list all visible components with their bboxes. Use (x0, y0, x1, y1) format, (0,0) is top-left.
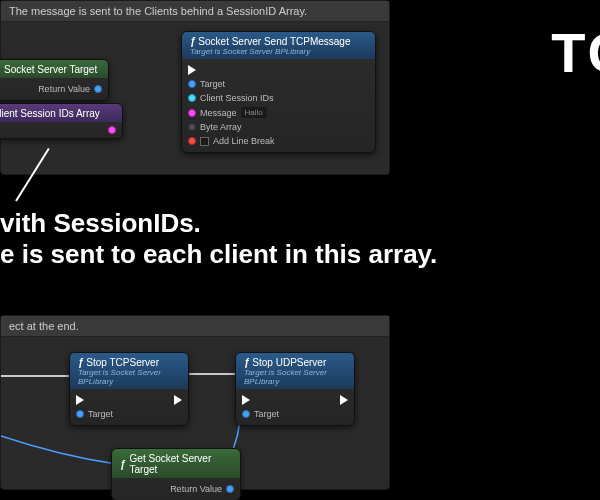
node-stop-udp-server[interactable]: ƒ Stop UDPServer Target is Socket Server… (235, 352, 355, 426)
pin-label: Return Value (170, 484, 222, 494)
input-pin-line-break[interactable] (188, 137, 196, 145)
pin-label: Return Value (38, 84, 90, 94)
output-pin[interactable] (108, 126, 116, 134)
panel-1-comment: The message is sent to the Clients behin… (1, 1, 389, 22)
node-stop-tcp-server[interactable]: ƒ Stop TCPServer Target is Socket Server… (69, 352, 189, 426)
page-title-large: TC (551, 20, 600, 85)
checkbox-line-break[interactable] (200, 137, 209, 146)
exec-out-pin[interactable] (174, 395, 182, 405)
node-header: ƒ Get Socket Server Target (112, 449, 240, 478)
node-header: ƒ Stop UDPServer Target is Socket Server… (236, 353, 354, 389)
node-title: Socket Server Send TCPMessage (198, 36, 350, 47)
node-subtitle: Target is Socket Server BPLibrary (78, 368, 180, 386)
pin-label: Message (200, 108, 237, 118)
node-title: Get Socket Server Target (130, 453, 232, 475)
annotation-line-1: vith SessionIDs. (0, 208, 437, 239)
pin-label: Target (254, 409, 279, 419)
output-pin[interactable] (226, 485, 234, 493)
exec-out-pin[interactable] (340, 395, 348, 405)
output-pin[interactable] (94, 85, 102, 93)
blueprint-panel-1: The message is sent to the Clients behin… (0, 0, 390, 175)
node-subtitle: Target is Socket Server BPLibrary (190, 47, 350, 56)
node-send-tcp-message[interactable]: ƒ Socket Server Send TCPMessage Target i… (181, 31, 376, 153)
input-pin-session-ids[interactable] (188, 94, 196, 102)
exec-in-pin[interactable] (76, 395, 84, 405)
node-title: Stop UDPServer (252, 357, 326, 368)
blueprint-panel-2: ect at the end. ƒ Stop TCPServer Target … (0, 315, 390, 490)
node-session-ids-array[interactable]: Client Session IDs Array (0, 103, 123, 139)
exec-in-pin[interactable] (242, 395, 250, 405)
exec-in-pin[interactable] (188, 65, 196, 75)
input-pin-message[interactable] (188, 109, 196, 117)
node-get-socket-server-target[interactable]: ƒ Get Socket Server Target Return Value (111, 448, 241, 500)
node-socket-server-target[interactable]: Socket Server Target Return Value (0, 59, 109, 101)
annotation-text: vith SessionIDs. e is sent to each clien… (0, 208, 437, 270)
pin-label: Add Line Break (213, 136, 275, 146)
node-title: Socket Server Target (4, 64, 97, 75)
input-pin-target[interactable] (242, 410, 250, 418)
node-title: Stop TCPServer (86, 357, 159, 368)
input-pin-target[interactable] (188, 80, 196, 88)
pin-label: Client Session IDs (200, 93, 274, 103)
node-subtitle: Target is Socket Server BPLibrary (244, 368, 346, 386)
pin-label: Target (200, 79, 225, 89)
input-pin-target[interactable] (76, 410, 84, 418)
node-header: Client Session IDs Array (0, 104, 122, 122)
annotation-line-2: e is sent to each client in this array. (0, 239, 437, 270)
node-header: ƒ Socket Server Send TCPMessage Target i… (182, 32, 375, 59)
panel-2-comment: ect at the end. (1, 316, 389, 337)
node-title: Client Session IDs Array (0, 108, 100, 119)
pin-label: Target (88, 409, 113, 419)
function-icon: ƒ (120, 459, 126, 470)
pin-label: Byte Array (200, 122, 242, 132)
node-header: ƒ Stop TCPServer Target is Socket Server… (70, 353, 188, 389)
node-header: Socket Server Target (0, 60, 108, 78)
pin-default-value[interactable]: Hallo (241, 107, 267, 118)
input-pin-byte-array[interactable] (188, 123, 196, 131)
